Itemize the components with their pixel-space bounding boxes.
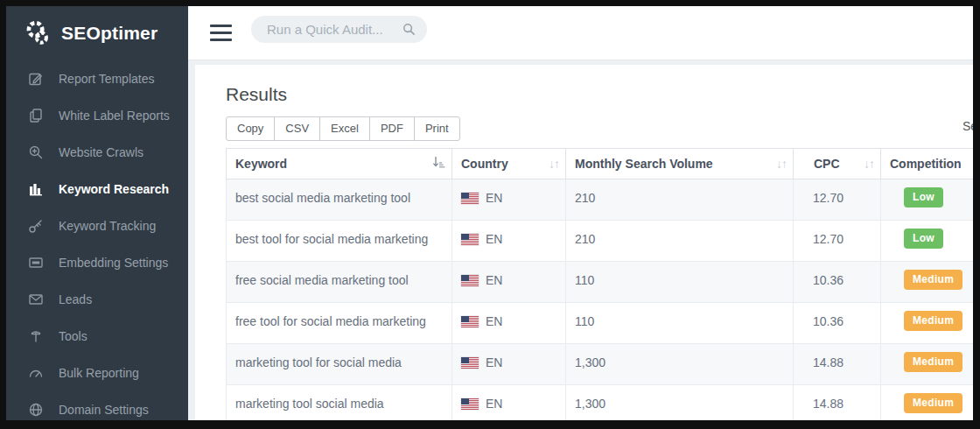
country-code: EN	[486, 273, 502, 287]
sidebar-item-label: Report Templates	[59, 72, 154, 86]
main-area: Results CopyCSVExcelPDFPrint Search: Key…	[188, 61, 973, 420]
volume-cell: 210	[566, 179, 794, 221]
competition-badge: Medium	[904, 352, 962, 372]
sidebar-item-label: Leads	[59, 292, 92, 306]
sidebar-item-label: Tools	[59, 329, 88, 343]
table-header-row: KeywordCountry↓↑Monthly Search Volume↓↑C…	[227, 149, 974, 179]
table-row: free social media marketing toolEN11010.…	[227, 262, 974, 303]
column-header-monthly-search-volume[interactable]: Monthly Search Volume↓↑	[566, 149, 794, 179]
country-code: EN	[486, 355, 502, 369]
quick-audit-input[interactable]	[251, 16, 427, 43]
country-code: EN	[486, 232, 502, 246]
cpc-cell: 12.70	[794, 179, 881, 221]
us-flag-icon	[461, 398, 479, 410]
table-row: marketing tool social mediaEN1,30014.88M…	[227, 385, 974, 421]
us-flag-icon	[461, 275, 479, 286]
sidebar-item-embedding-settings[interactable]: Embedding Settings	[6, 244, 188, 281]
seoptimer-gear-icon	[24, 18, 53, 48]
column-label: Keyword	[235, 157, 287, 171]
competition-cell: Low	[881, 179, 974, 221]
cpc-cell: 10.36	[794, 262, 881, 303]
sidebar-item-label: White Label Reports	[59, 109, 170, 123]
sidebar-item-bulk-reporting[interactable]: Bulk Reporting	[6, 355, 188, 391]
sidebar-item-label: Bulk Reporting	[59, 366, 139, 380]
column-label: Country	[461, 157, 508, 171]
globe-icon	[28, 402, 44, 418]
table-row: best tool for social media marketingEN21…	[227, 221, 974, 262]
column-label: Competition	[890, 157, 962, 171]
competition-cell: Low	[881, 221, 974, 262]
us-flag-icon	[461, 234, 479, 245]
sidebar-item-white-label-reports[interactable]: White Label Reports	[6, 97, 188, 134]
keyword-cell: best tool for social media marketing	[227, 221, 452, 262]
sidebar-item-label: Domain Settings	[59, 403, 149, 417]
country-code: EN	[486, 397, 502, 411]
column-header-country[interactable]: Country↓↑	[452, 149, 566, 179]
edit-icon	[28, 71, 44, 87]
column-label: CPC	[814, 157, 840, 171]
sidebar-item-domain-settings[interactable]: Domain Settings	[6, 391, 188, 428]
competition-badge: Low	[904, 229, 943, 249]
quick-audit-search	[251, 16, 427, 43]
us-flag-icon	[461, 357, 479, 369]
sidebar-item-tools[interactable]: Tools	[6, 318, 188, 355]
competition-badge: Medium	[904, 270, 962, 290]
sidebar-item-website-crawls[interactable]: Website Crawls	[6, 134, 188, 171]
export-copy-button[interactable]: Copy	[226, 116, 275, 141]
country-cell: EN	[452, 303, 566, 344]
bar-chart-icon	[28, 181, 44, 197]
embed-icon	[28, 255, 44, 271]
keyword-cell: best social media marketing tool	[227, 179, 452, 221]
country-cell: EN	[452, 385, 566, 421]
keyword-cell: marketing tool for social media	[227, 344, 452, 385]
sidebar-item-leads[interactable]: Leads	[6, 281, 188, 318]
table-row: best social media marketing toolEN21012.…	[227, 179, 974, 221]
volume-cell: 110	[566, 303, 794, 344]
sidebar-item-label: Embedding Settings	[59, 256, 168, 270]
cpc-cell: 12.70	[794, 221, 881, 262]
sidebar-item-keyword-tracking[interactable]: Keyword Tracking	[6, 207, 188, 244]
export-print-button[interactable]: Print	[414, 116, 460, 141]
keyword-cell: free social media marketing tool	[227, 262, 452, 303]
sidebar-item-label: Website Crawls	[59, 145, 144, 159]
search-icon	[402, 23, 416, 36]
competition-cell: Medium	[881, 344, 974, 385]
competition-cell: Medium	[881, 262, 974, 303]
sort-both-icon: ↓↑	[549, 157, 559, 171]
competition-badge: Low	[904, 187, 943, 207]
column-header-keyword[interactable]: Keyword	[227, 149, 452, 179]
export-button-group: CopyCSVExcelPDFPrint	[226, 116, 460, 141]
export-csv-button[interactable]: CSV	[274, 116, 320, 141]
export-excel-button[interactable]: Excel	[319, 116, 370, 141]
us-flag-icon	[461, 193, 479, 204]
column-label: Monthly Search Volume	[575, 157, 713, 171]
export-pdf-button[interactable]: PDF	[369, 116, 415, 141]
volume-cell: 110	[566, 262, 794, 303]
us-flag-icon	[461, 316, 479, 327]
country-cell: EN	[452, 262, 566, 303]
keyword-cell: marketing tool social media	[227, 385, 452, 421]
gauge-icon	[28, 365, 44, 381]
country-cell: EN	[452, 221, 566, 262]
sidebar-item-label: Keyword Tracking	[59, 219, 156, 233]
sidebar-item-label: Keyword Research	[59, 182, 169, 196]
sidebar-item-keyword-research[interactable]: Keyword Research	[6, 171, 188, 207]
envelope-icon	[28, 292, 44, 307]
competition-cell: Medium	[881, 303, 974, 344]
competition-badge: Medium	[904, 311, 962, 331]
app-logo[interactable]: SEOptimer	[6, 6, 188, 48]
column-header-cpc[interactable]: CPC↓↑	[794, 149, 881, 179]
page-title: Results	[226, 84, 973, 105]
topbar	[188, 6, 973, 60]
cpc-cell: 14.88	[794, 344, 881, 385]
volume-cell: 210	[566, 221, 794, 262]
app-title: SEOptimer	[61, 23, 158, 44]
keyword-results-table: KeywordCountry↓↑Monthly Search Volume↓↑C…	[226, 148, 973, 420]
country-cell: EN	[452, 179, 566, 221]
volume-cell: 1,300	[566, 385, 794, 421]
sidebar-item-report-templates[interactable]: Report Templates	[6, 60, 188, 97]
table-row: marketing tool for social mediaEN1,30014…	[227, 344, 974, 385]
hamburger-menu-icon[interactable]	[210, 25, 232, 41]
sort-both-icon: ↓↑	[864, 157, 874, 171]
column-header-competition[interactable]: Competition	[881, 149, 974, 179]
